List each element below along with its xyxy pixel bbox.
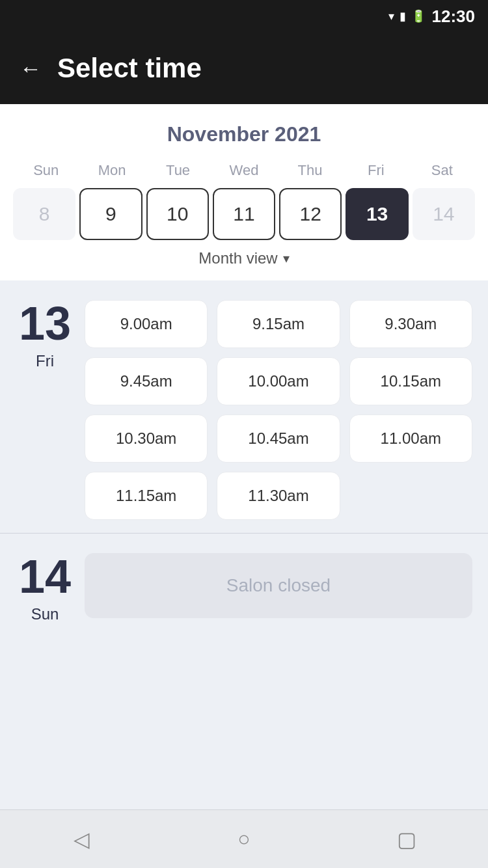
time-slot-945am[interactable]: 9.45am [85, 357, 208, 405]
nav-home-button[interactable]: ○ [224, 820, 264, 859]
time-slot-1130am[interactable]: 11.30am [217, 472, 340, 520]
time-slot-1000am[interactable]: 10.00am [217, 357, 340, 405]
status-time: 12:30 [432, 7, 476, 27]
month-view-toggle[interactable]: Month view ▾ [13, 240, 475, 270]
weekday-fri: Fri [343, 159, 409, 182]
nav-recent-icon: ▢ [397, 827, 416, 852]
day-13-info: 13 Fri [16, 300, 74, 370]
chevron-down-icon: ▾ [283, 251, 290, 266]
signal-icon: ▮ [400, 9, 406, 23]
weekday-mon: Mon [79, 159, 144, 182]
time-slot-930am[interactable]: 9.30am [349, 300, 472, 348]
day-13-block: 13 Fri 9.00am9.15am9.30am9.45am10.00am10… [0, 280, 488, 533]
weekday-sun: Sun [13, 159, 79, 182]
day-13-content: 13 Fri 9.00am9.15am9.30am9.45am10.00am10… [16, 300, 472, 520]
time-slot-1100am[interactable]: 11.00am [349, 414, 472, 463]
time-slot-1045am[interactable]: 10.45am [217, 414, 340, 463]
weekday-thu: Thu [277, 159, 343, 182]
calendar-day-9[interactable]: 9 [79, 188, 142, 240]
weekday-wed: Wed [211, 159, 277, 182]
time-section: 13 Fri 9.00am9.15am9.30am9.45am10.00am10… [0, 280, 488, 809]
header: ← Select time [0, 33, 488, 104]
day-14-name: Sun [31, 605, 59, 623]
month-view-label: Month view [198, 249, 277, 267]
nav-back-icon: ◁ [74, 827, 90, 852]
calendar-day-12[interactable]: 12 [279, 188, 342, 240]
day-14-number: 14 [19, 553, 71, 600]
nav-back-button[interactable]: ◁ [62, 820, 101, 859]
nav-recent-button[interactable]: ▢ [387, 820, 426, 859]
calendar-weekdays: Sun Mon Tue Wed Thu Fri Sat [13, 159, 475, 182]
status-icons: ▾ ▮ 🔋 [388, 9, 426, 23]
day-14-info: 14 Sun [16, 553, 74, 623]
day-14-block: 14 Sun Salon closed [0, 534, 488, 636]
calendar-days: 891011121314 [13, 188, 475, 240]
time-slot-1015am[interactable]: 10.15am [349, 357, 472, 405]
weekday-sat: Sat [409, 159, 475, 182]
time-slot-915am[interactable]: 9.15am [217, 300, 340, 348]
calendar-day-10[interactable]: 10 [146, 188, 209, 240]
time-slot-900am[interactable]: 9.00am [85, 300, 208, 348]
calendar-section: November 2021 Sun Mon Tue Wed Thu Fri Sa… [0, 104, 488, 280]
back-button[interactable]: ← [20, 57, 42, 79]
salon-closed-label: Salon closed [226, 575, 331, 596]
page-title: Select time [57, 53, 202, 84]
calendar-day-13[interactable]: 13 [346, 188, 408, 240]
day-13-number: 13 [19, 300, 71, 347]
salon-closed-box: Salon closed [85, 553, 472, 618]
status-bar: ▾ ▮ 🔋 12:30 [0, 0, 488, 33]
weekday-tue: Tue [145, 159, 211, 182]
calendar-day-8[interactable]: 8 [13, 188, 75, 240]
calendar-month: November 2021 [13, 122, 475, 146]
day-13-time-slots: 9.00am9.15am9.30am9.45am10.00am10.15am10… [85, 300, 472, 520]
bottom-nav: ◁ ○ ▢ [0, 809, 488, 868]
nav-home-icon: ○ [237, 827, 250, 851]
battery-icon: 🔋 [411, 9, 426, 23]
calendar-day-14[interactable]: 14 [413, 188, 475, 240]
wifi-icon: ▾ [388, 9, 394, 23]
time-slot-1115am[interactable]: 11.15am [85, 472, 208, 520]
day-14-content: 14 Sun Salon closed [16, 553, 472, 623]
day-13-name: Fri [36, 352, 54, 370]
calendar-day-11[interactable]: 11 [213, 188, 275, 240]
time-slot-1030am[interactable]: 10.30am [85, 414, 208, 463]
